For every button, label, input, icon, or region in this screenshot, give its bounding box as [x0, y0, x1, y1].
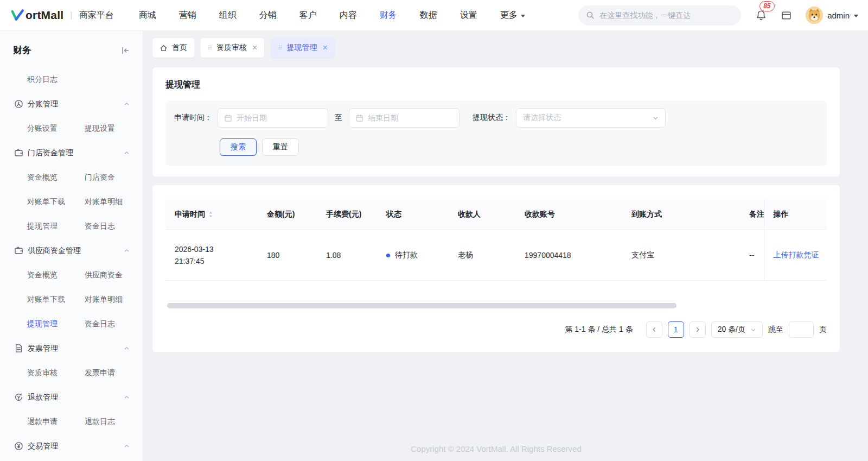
sidebar-group-refund[interactable]: 退款管理: [0, 385, 143, 409]
workbench-button[interactable]: [781, 10, 792, 21]
sidebar-item[interactable]: 提现管理: [27, 214, 85, 238]
cell-apply-time: 2026-03-13 21:37:45: [165, 230, 258, 281]
sidebar-item[interactable]: 对账单明细: [85, 190, 134, 214]
tab-withdrawal-management[interactable]: ⠿ 提现管理 ×: [271, 38, 334, 58]
main-area: 首页 ⠿ 资质审核 × ⠿ 提现管理 × 提现管理 申请时间：: [143, 31, 868, 461]
sort-icon[interactable]: [208, 211, 213, 218]
drag-handle-icon: ⠿: [278, 45, 282, 51]
nav-item-marketing[interactable]: 营销: [179, 10, 196, 21]
sidebar-item[interactable]: 资金日志: [85, 312, 134, 336]
apply-time-label: 申请时间：: [174, 113, 212, 123]
sidebar-group-store-funds[interactable]: 门店资金管理: [0, 141, 143, 165]
copyright-text: Copyright © 2024 VortMall. All Rights Re…: [152, 444, 840, 453]
calendar-icon: [355, 114, 363, 122]
transaction-icon: [14, 441, 23, 451]
user-menu[interactable]: admin: [806, 7, 858, 24]
start-date-field[interactable]: [237, 113, 322, 122]
sidebar-item[interactable]: 对账单明细: [85, 287, 134, 312]
sidebar-item[interactable]: 门店资金: [85, 165, 134, 190]
avatar: [806, 7, 823, 24]
withdrawal-table: 申请时间 金额(元) 手续费(元) 状态 收款人 收款账号 到账方式 备注 操作: [165, 199, 827, 281]
table-card: 申请时间 金额(元) 手续费(元) 状态 收款人 收款账号 到账方式 备注 操作: [152, 185, 840, 352]
nav-item-customer[interactable]: 客户: [299, 10, 317, 21]
table-header-row: 申请时间 金额(元) 手续费(元) 状态 收款人 收款账号 到账方式 备注 操作: [165, 199, 827, 230]
col-payee: 收款人: [449, 199, 515, 230]
sidebar-group-invoice[interactable]: 发票管理: [0, 336, 143, 361]
col-account: 收款账号: [515, 199, 622, 230]
filter-card: 提现管理 申请时间： 至 提现状态： 请选择状态: [152, 67, 840, 176]
nav-item-finance[interactable]: 财务: [380, 10, 397, 21]
sidebar-item[interactable]: 退款日志: [85, 409, 134, 434]
cell-payee: 老杨: [449, 230, 515, 281]
search-button[interactable]: 搜索: [220, 138, 257, 156]
home-icon: [159, 44, 168, 52]
nav-item-mall[interactable]: 商城: [139, 10, 156, 21]
cell-status: 待打款: [377, 230, 449, 281]
main-nav: 商城 营销 组织 分销 客户 内容 财务 数据 设置 更多: [139, 10, 525, 21]
date-range-separator: 至: [335, 113, 342, 123]
tab-home[interactable]: 首页: [152, 38, 194, 58]
pagination: 第 1-1 条 / 总共 1 条 1 20 条/页 跳至 页: [165, 321, 827, 338]
end-date-field[interactable]: [368, 113, 453, 122]
sidebar-item[interactable]: 对账单下载: [27, 287, 85, 312]
col-status: 状态: [377, 199, 449, 230]
close-icon[interactable]: ×: [322, 43, 327, 52]
collapse-left-icon: [121, 46, 130, 55]
sidebar-item[interactable]: 对账单下载: [27, 190, 85, 214]
sidebar-item[interactable]: 提现设置: [85, 116, 134, 141]
chevron-down-icon: [521, 15, 525, 17]
close-icon[interactable]: ×: [252, 43, 257, 52]
sidebar-item[interactable]: 退款申请: [27, 409, 85, 434]
cell-action: 上传打款凭证: [764, 230, 827, 281]
nav-item-more[interactable]: 更多: [500, 10, 525, 21]
cell-fee: 1.08: [317, 230, 377, 281]
sidebar-item[interactable]: 发票申请: [85, 361, 134, 385]
status-text: 待打款: [395, 250, 418, 259]
col-apply-time[interactable]: 申请时间: [165, 199, 258, 230]
scrollbar-thumb[interactable]: [167, 303, 676, 308]
end-date-input[interactable]: [349, 108, 459, 128]
search-input[interactable]: [599, 11, 733, 20]
global-search: [578, 5, 741, 26]
nav-item-settings[interactable]: 设置: [460, 10, 477, 21]
sidebar-group-split-account[interactable]: 分账管理: [0, 92, 143, 116]
tab-qualification-review[interactable]: ⠿ 资质审核 ×: [201, 38, 264, 58]
withdraw-status-select[interactable]: 请选择状态: [516, 108, 666, 128]
sidebar-item[interactable]: 资质审核: [27, 361, 85, 385]
notifications-button[interactable]: 85: [755, 9, 767, 21]
username: admin: [827, 11, 850, 20]
next-page-button[interactable]: [690, 321, 706, 338]
sidebar-group-transaction[interactable]: 交易管理: [0, 434, 143, 458]
col-method: 到账方式: [622, 199, 740, 230]
sidebar-item[interactable]: 资金概览: [27, 165, 85, 190]
pagination-summary: 第 1-1 条 / 总共 1 条: [565, 325, 633, 334]
col-action: 操作: [764, 199, 827, 230]
logo[interactable]: ortMall: [10, 9, 63, 22]
tab-bar: 首页 ⠿ 资质审核 × ⠿ 提现管理 ×: [143, 31, 868, 58]
nav-item-distribution[interactable]: 分销: [259, 10, 277, 21]
chevron-left-icon: [651, 326, 658, 333]
platform-label: 商家平台: [79, 10, 114, 21]
sidebar-item[interactable]: 资金概览: [27, 263, 85, 287]
sidebar-group-supplier-funds[interactable]: 供应商资金管理: [0, 238, 143, 263]
page-1-button[interactable]: 1: [668, 321, 684, 338]
sidebar-item-withdrawal-management[interactable]: 提现管理: [27, 312, 85, 336]
chevron-up-icon: [124, 394, 130, 400]
prev-page-button[interactable]: [646, 321, 662, 338]
sidebar-collapse-button[interactable]: [121, 46, 130, 55]
sidebar-item[interactable]: 分账设置: [27, 116, 85, 141]
upload-voucher-link[interactable]: 上传打款凭证: [774, 250, 819, 259]
sidebar-item[interactable]: 供应商资金: [85, 263, 134, 287]
nav-item-content[interactable]: 内容: [340, 10, 357, 21]
calendar-icon: [224, 114, 232, 122]
page-size-select[interactable]: 20 条/页: [711, 321, 763, 338]
nav-item-organization[interactable]: 组织: [219, 10, 237, 21]
nav-item-data[interactable]: 数据: [420, 10, 437, 21]
brand-divider: |: [70, 10, 72, 21]
start-date-input[interactable]: [218, 108, 328, 128]
sidebar-item[interactable]: 资金日志: [85, 214, 134, 238]
reset-button[interactable]: 重置: [262, 138, 299, 156]
chevron-right-icon: [694, 326, 701, 333]
sidebar-item-points-log[interactable]: 积分日志: [27, 67, 85, 92]
jump-page-input[interactable]: [789, 321, 814, 338]
